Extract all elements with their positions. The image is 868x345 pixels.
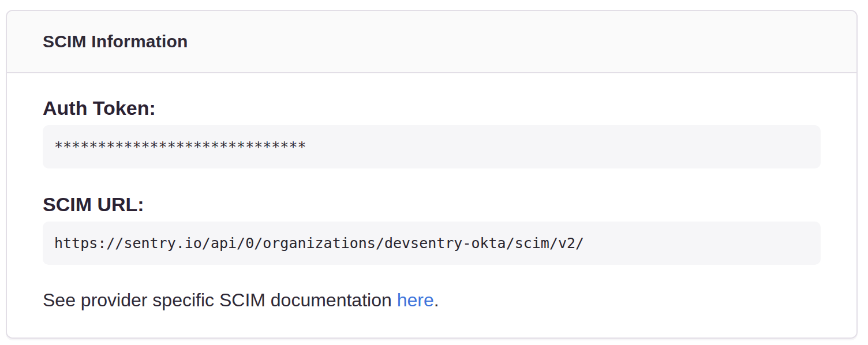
auth-token-label: Auth Token:: [43, 96, 821, 119]
panel-header: SCIM Information: [7, 11, 856, 73]
scim-url-label: SCIM URL:: [43, 193, 821, 216]
footer-note-period: .: [434, 290, 439, 310]
auth-token-value: *****************************: [43, 125, 821, 168]
panel-body: Auth Token: ****************************…: [7, 73, 856, 337]
panel-title: SCIM Information: [43, 32, 188, 51]
scim-url-field-group: SCIM URL: https://sentry.io/api/0/organi…: [43, 193, 821, 265]
footer-note: See provider specific SCIM documentation…: [43, 289, 821, 311]
scim-information-panel: SCIM Information Auth Token: ***********…: [6, 10, 858, 339]
scim-url-value: https://sentry.io/api/0/organizations/de…: [43, 222, 821, 265]
footer-note-text: See provider specific SCIM documentation: [43, 290, 397, 310]
scim-documentation-link[interactable]: here: [397, 290, 434, 310]
auth-token-field-group: Auth Token: ****************************…: [43, 96, 821, 168]
